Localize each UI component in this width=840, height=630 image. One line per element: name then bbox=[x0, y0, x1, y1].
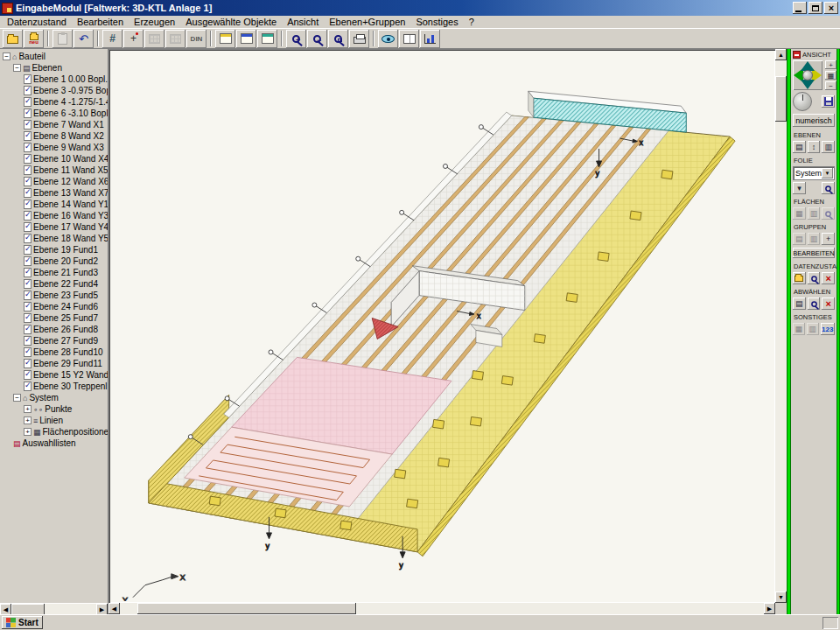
layer-check-icon[interactable] bbox=[24, 222, 32, 232]
chevron-down-icon[interactable]: ▼ bbox=[822, 168, 833, 178]
zoom-in-button[interactable]: + bbox=[286, 30, 306, 48]
layer-check-icon[interactable] bbox=[24, 313, 32, 323]
abwaehlen-all-button[interactable]: ▤ bbox=[793, 298, 806, 310]
panel-grip-icon[interactable] bbox=[793, 51, 801, 59]
numerisch-button[interactable]: numerisch bbox=[793, 114, 835, 127]
ebenen-list-button[interactable]: ▥ bbox=[822, 141, 835, 153]
expander-icon[interactable]: − bbox=[13, 64, 21, 72]
tree-horizontal-scrollbar[interactable]: ◀ ▶ bbox=[0, 603, 108, 614]
menu-item-bearbeiten[interactable]: Bearbeiten bbox=[72, 16, 129, 29]
ebenen-edit-button[interactable]: ▤ bbox=[793, 141, 806, 153]
tree-node-ebene[interactable]: Ebene 8 Wand X2 bbox=[2, 130, 108, 142]
folie-select[interactable]: System ▼ bbox=[793, 166, 835, 180]
layer-check-icon[interactable] bbox=[24, 131, 32, 141]
din-button[interactable]: DIN bbox=[186, 30, 206, 48]
tree-node-ebene[interactable]: Ebene 27 Fund9 bbox=[2, 335, 108, 346]
tree-node-ebene[interactable]: Ebene 19 Fund1 bbox=[2, 244, 108, 256]
tree-node-ebene[interactable]: Ebene 13 Wand X7 bbox=[2, 187, 108, 199]
layer-check-icon[interactable] bbox=[24, 188, 32, 198]
start-button[interactable]: Start bbox=[2, 616, 43, 629]
mesh-tool2-button[interactable] bbox=[165, 30, 186, 48]
viewport-vertical-scrollbar[interactable]: ▲ ▼ bbox=[775, 49, 787, 603]
tree-node-ebene[interactable]: Ebene 1 0.00 Bopl. bbox=[2, 74, 108, 85]
menu-item-erzeugen[interactable]: Erzeugen bbox=[129, 16, 180, 29]
tree-node-ebene[interactable]: Ebene 7 Wand X1 bbox=[2, 119, 108, 130]
tree-node-flaechenpositionen[interactable]: +▦Flächenpositionen bbox=[2, 426, 108, 438]
expander-icon[interactable]: − bbox=[13, 394, 21, 402]
fang-button[interactable]: + bbox=[123, 30, 144, 48]
layer-check-icon[interactable] bbox=[24, 268, 32, 277]
layer-check-icon[interactable] bbox=[24, 108, 32, 118]
close-button[interactable]: × bbox=[824, 2, 838, 14]
scrollbar-thumb[interactable] bbox=[137, 603, 356, 614]
tree-node-ebene[interactable]: Ebene 16 Wand Y3 bbox=[2, 210, 108, 221]
layer-check-icon[interactable] bbox=[24, 347, 32, 357]
ebenen-sort-button[interactable]: ↕ bbox=[808, 141, 821, 153]
compass-hub[interactable] bbox=[802, 70, 813, 80]
tree-node-ebene[interactable]: Ebene 22 Fund4 bbox=[2, 278, 108, 290]
flaechen-mesh-button[interactable]: ▦ bbox=[793, 207, 806, 220]
datenzustand-zoom-button[interactable] bbox=[808, 272, 821, 284]
expander-icon[interactable]: − bbox=[3, 52, 10, 60]
bearbeiten-button[interactable]: BEARBEITEN bbox=[793, 248, 835, 258]
save-datenzustand-neu-button[interactable]: neu bbox=[24, 30, 44, 48]
flaechen-edit-button[interactable]: ▥ bbox=[808, 207, 821, 220]
scrollbar-thumb[interactable] bbox=[11, 604, 45, 614]
folie-zoom-button[interactable] bbox=[822, 182, 835, 194]
maximize-button[interactable] bbox=[808, 2, 822, 14]
menu-item-ausgewaehlte-objekte[interactable]: Ausgewählte Objekte bbox=[180, 16, 282, 29]
tree-node-ebene[interactable]: Ebene 3 -0.975 Bop bbox=[2, 85, 108, 96]
expander-icon[interactable]: + bbox=[24, 405, 32, 413]
layer-check-icon[interactable] bbox=[24, 211, 32, 220]
sonstiges-123-button[interactable]: 123 bbox=[821, 323, 836, 335]
layer-check-icon[interactable] bbox=[24, 382, 32, 391]
layer-check-icon[interactable] bbox=[24, 177, 32, 186]
tree-node-ebene[interactable]: Ebene 10 Wand X4 bbox=[2, 153, 108, 164]
gruppen-list-button[interactable]: ▤ bbox=[793, 233, 806, 245]
tree-node-auswahllisten[interactable]: ▤Auswahllisten bbox=[2, 438, 108, 449]
layer-check-icon[interactable] bbox=[24, 302, 32, 312]
view-compass[interactable] bbox=[793, 60, 822, 90]
tree-node-bauteil[interactable]: −⌂Bauteil bbox=[2, 51, 108, 62]
expander-icon[interactable]: + bbox=[24, 428, 32, 436]
paste-button[interactable] bbox=[52, 30, 73, 48]
model-scene[interactable]: x x y y y X Y bbox=[108, 49, 775, 603]
view-save-button[interactable] bbox=[822, 95, 835, 108]
tree-node-ebene[interactable]: Ebene 17 Wand Y4 bbox=[2, 221, 108, 233]
layer-check-icon[interactable] bbox=[24, 256, 32, 266]
3d-viewport[interactable]: x x y y y X Y bbox=[110, 51, 774, 601]
undo-button[interactable]: ↶ bbox=[74, 30, 94, 48]
tree-node-ebene[interactable]: Ebene 6 -3.10 Bopl. bbox=[2, 108, 108, 119]
menu-item-ebenen-gruppen[interactable]: Ebenen+Gruppen bbox=[324, 16, 410, 29]
layer-check-icon[interactable] bbox=[24, 325, 32, 334]
layer-check-icon[interactable] bbox=[24, 336, 32, 346]
menu-item-help[interactable]: ? bbox=[464, 16, 480, 29]
abwaehlen-zoom-button[interactable] bbox=[808, 298, 821, 310]
tree-node-ebene[interactable]: Ebene 14 Wand Y1 bbox=[2, 199, 108, 210]
layer-check-icon[interactable] bbox=[24, 97, 32, 107]
tree-node-ebene[interactable]: Ebene 12 Wand X6 bbox=[2, 176, 108, 187]
view-window-button[interactable] bbox=[215, 30, 235, 48]
scroll-left-button[interactable]: ◀ bbox=[0, 604, 11, 614]
expander-icon[interactable]: + bbox=[24, 416, 32, 424]
tree-node-ebene[interactable]: Ebene 25 Fund7 bbox=[2, 312, 108, 324]
zoom-window-button[interactable] bbox=[328, 30, 348, 48]
layer-check-icon[interactable] bbox=[24, 120, 32, 130]
tree-node-linien[interactable]: +≡Linien bbox=[2, 415, 108, 426]
layer-check-icon[interactable] bbox=[24, 200, 32, 209]
minimize-button[interactable] bbox=[793, 2, 807, 14]
layer-check-icon[interactable] bbox=[24, 86, 32, 95]
tree-node-ebene[interactable]: Ebene 30 Treppenl bbox=[2, 381, 108, 392]
menu-item-sonstiges[interactable]: Sonstiges bbox=[410, 16, 463, 29]
layer-check-icon[interactable] bbox=[24, 370, 32, 380]
layer-check-icon[interactable] bbox=[24, 74, 32, 84]
rotate-down-icon[interactable] bbox=[801, 80, 815, 89]
layer-check-icon[interactable] bbox=[24, 359, 32, 368]
datenzustand-folder-button[interactable] bbox=[793, 272, 806, 284]
view-3d-window-button[interactable] bbox=[257, 30, 277, 48]
tree-node-ebene[interactable]: Ebene 9 Wand X3 bbox=[2, 142, 108, 153]
folie-dropdown-button[interactable]: ▾ bbox=[793, 182, 806, 194]
raster-button[interactable]: # bbox=[102, 30, 122, 48]
scroll-right-button[interactable]: ▶ bbox=[764, 603, 775, 614]
sonstiges-mesh-button[interactable]: ▦ bbox=[793, 323, 805, 335]
